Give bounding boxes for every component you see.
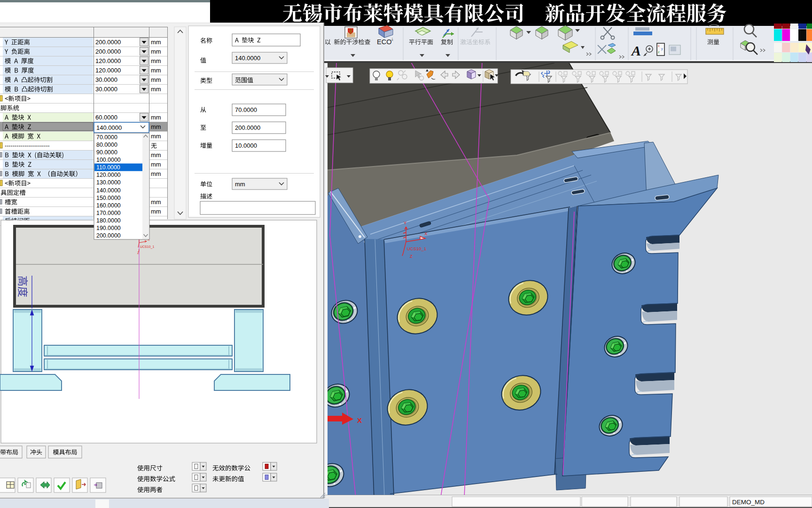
svg-text:mm: mm — [151, 57, 161, 64]
svg-text:mm: mm — [151, 123, 161, 130]
svg-text:170.0000: 170.0000 — [96, 210, 121, 216]
svg-text:DEMO_MD: DEMO_MD — [732, 499, 765, 506]
svg-text:10.0000: 10.0000 — [235, 142, 257, 149]
svg-text:200.0000: 200.0000 — [96, 232, 121, 239]
svg-text:120.0000: 120.0000 — [95, 57, 121, 64]
svg-text:Z: Z — [410, 254, 413, 259]
svg-text:mm: mm — [151, 86, 161, 93]
svg-text:200.0000: 200.0000 — [95, 39, 121, 46]
svg-text:UCS10_1: UCS10_1 — [140, 245, 154, 249]
svg-text:130.0000: 130.0000 — [96, 179, 121, 186]
svg-text:mm: mm — [151, 76, 161, 83]
svg-text:140.0000: 140.0000 — [96, 187, 121, 194]
svg-text:60.0000: 60.0000 — [95, 114, 117, 121]
svg-text:200.0000: 200.0000 — [95, 48, 121, 55]
svg-text:Y: Y — [404, 220, 407, 225]
svg-text:mm: mm — [151, 133, 161, 140]
svg-text:ECO: ECO — [377, 38, 391, 46]
svg-text:z: z — [658, 50, 660, 54]
svg-text:mm: mm — [151, 170, 161, 177]
svg-text:180.0000: 180.0000 — [96, 217, 121, 224]
svg-text:70.0000: 70.0000 — [235, 106, 257, 113]
svg-text:-----------------------: ----------------------- — [5, 143, 50, 149]
svg-text:mm: mm — [151, 39, 161, 46]
svg-text:X: X — [357, 416, 362, 424]
svg-text:x: x — [658, 44, 660, 48]
svg-text:Z: Z — [137, 251, 140, 254]
svg-text:120.0000: 120.0000 — [96, 172, 121, 178]
svg-text:mm: mm — [151, 208, 161, 215]
svg-text:mm: mm — [151, 67, 161, 74]
svg-text:mm: mm — [151, 161, 161, 168]
svg-text:A: A — [631, 43, 641, 58]
svg-text:140.0000: 140.0000 — [235, 55, 260, 62]
svg-text:X: X — [424, 231, 428, 236]
svg-text:200.0000: 200.0000 — [235, 124, 260, 131]
svg-text:mm: mm — [151, 198, 161, 206]
svg-text:80.0000: 80.0000 — [96, 142, 117, 148]
svg-text:mm: mm — [151, 151, 161, 159]
svg-text:mm: mm — [151, 48, 161, 55]
svg-text:190.0000: 190.0000 — [96, 225, 121, 231]
svg-text:70.0000: 70.0000 — [96, 134, 117, 141]
svg-text:160.0000: 160.0000 — [96, 202, 121, 209]
svg-text:150.0000: 150.0000 — [96, 195, 121, 201]
svg-text:mm: mm — [151, 114, 161, 121]
svg-text:30.0000: 30.0000 — [95, 86, 117, 93]
svg-text:UCS10_1: UCS10_1 — [407, 246, 426, 251]
svg-text:110.0000: 110.0000 — [96, 164, 120, 171]
svg-text:y: y — [661, 47, 663, 51]
svg-text:mm: mm — [235, 181, 245, 188]
svg-text:140.0000: 140.0000 — [96, 124, 122, 131]
svg-text:⤓: ⤓ — [391, 37, 393, 41]
svg-text:90.0000: 90.0000 — [96, 149, 117, 156]
svg-text:120.0000: 120.0000 — [95, 67, 121, 74]
svg-text:100.0000: 100.0000 — [96, 157, 121, 163]
svg-text:30.0000: 30.0000 — [95, 76, 117, 83]
